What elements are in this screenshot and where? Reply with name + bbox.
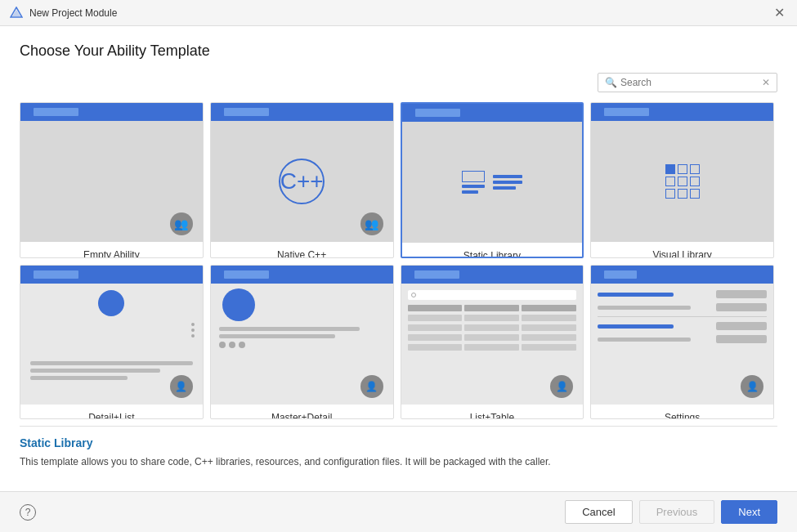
window-title: New Project Module xyxy=(29,7,771,19)
template-card-settings[interactable]: 👤 Settings xyxy=(590,265,774,419)
description-title: Static Library xyxy=(20,436,777,449)
settings-row xyxy=(598,303,767,311)
detail-dots xyxy=(191,323,195,338)
thumb-title-st xyxy=(604,270,637,279)
template-thumbnail-settings: 👤 xyxy=(591,266,773,405)
dialog-body: Choose Your Ability Template 🔍 ✕ 👥 xyxy=(0,26,797,491)
help-button[interactable]: ? xyxy=(20,504,36,521)
template-label-visual: Visual Library xyxy=(652,249,711,258)
thumb-body-static xyxy=(402,122,583,243)
templates-grid: 👥 Empty Ability C++ 👥 xyxy=(20,102,777,426)
search-input[interactable] xyxy=(620,77,762,88)
template-label-row-cpp: Native C++ xyxy=(211,242,393,258)
settings-label xyxy=(598,293,674,297)
cell xyxy=(408,334,463,341)
cell xyxy=(522,305,576,311)
template-card-detail-list[interactable]: 👤 Detail+List xyxy=(20,265,204,419)
template-card-native-cpp[interactable]: C++ 👥 Native C++ xyxy=(210,102,394,258)
page-title: Choose Your Ability Template xyxy=(20,42,777,60)
next-button[interactable]: Next xyxy=(721,500,777,524)
table-header-lt xyxy=(408,305,577,311)
cell xyxy=(408,344,463,351)
person-icon-md: 👤 xyxy=(365,381,378,392)
table-row-lt xyxy=(408,334,577,341)
cpp-icon: C++ xyxy=(279,159,325,204)
thumb-body-visual xyxy=(591,121,773,242)
template-card-empty-ability[interactable]: 👥 Empty Ability xyxy=(20,102,204,258)
cell xyxy=(464,344,519,351)
table-row-lt xyxy=(408,344,577,351)
detail-avatar xyxy=(98,290,124,316)
title-bar: New Project Module ✕ xyxy=(0,0,797,26)
cell xyxy=(408,305,463,311)
template-label-row-static: Static Library xyxy=(402,243,583,258)
template-card-visual-library[interactable]: Visual Library xyxy=(590,102,774,258)
thumb-search-lt xyxy=(408,290,577,300)
settings-row xyxy=(598,335,767,343)
template-card-static-library[interactable]: Static Library xyxy=(401,102,584,258)
settings-label xyxy=(598,324,674,329)
template-label-row-st: Settings xyxy=(591,405,773,419)
settings-divider xyxy=(598,316,767,317)
template-thumbnail-visual xyxy=(591,103,773,242)
settings-control xyxy=(716,322,767,330)
description-area: Static Library This template allows you … xyxy=(20,426,777,491)
thumb-avatar-st: 👤 xyxy=(741,375,763,398)
person-icon-dl: 👤 xyxy=(175,381,187,392)
settings-label-gray xyxy=(598,338,691,342)
thumb-title-dl xyxy=(34,270,78,279)
cell xyxy=(464,315,519,321)
thumb-avatar-md: 👤 xyxy=(360,375,383,398)
template-thumbnail-lt: 👤 xyxy=(401,266,584,405)
clear-search-icon[interactable]: ✕ xyxy=(762,77,770,88)
cancel-button[interactable]: Cancel xyxy=(565,500,632,524)
cell xyxy=(408,324,463,331)
template-label-row: Empty Ability xyxy=(20,242,203,258)
template-label-dl: Detail+List xyxy=(88,412,134,419)
cell xyxy=(408,315,463,321)
template-card-master-detail[interactable]: 👤 Master+Detail xyxy=(210,265,394,419)
cell xyxy=(522,315,576,321)
close-button[interactable]: ✕ xyxy=(771,5,787,21)
detail-lines xyxy=(30,361,193,380)
static-lib-icon xyxy=(462,171,522,194)
template-label-static: Static Library xyxy=(463,250,521,258)
settings-rows xyxy=(598,290,767,348)
person-icon-st: 👤 xyxy=(746,381,759,392)
template-label-cpp: Native C++ xyxy=(277,249,326,258)
template-label-row-lt: List+Table xyxy=(401,405,584,419)
people-icon-cpp: 👥 xyxy=(365,217,378,230)
table-rows-lt xyxy=(408,305,577,354)
template-label-lt: List+Table xyxy=(470,412,514,419)
cell xyxy=(522,334,576,341)
template-thumbnail-empty: 👥 xyxy=(20,103,203,242)
description-text: This template allows you to share code, … xyxy=(20,454,777,469)
cell xyxy=(464,305,519,311)
thumb-avatar-lt: 👤 xyxy=(550,375,573,398)
thumb-title-bar xyxy=(34,108,78,116)
thumb-avatar-cpp: 👥 xyxy=(360,212,383,235)
previous-button[interactable]: Previous xyxy=(639,500,715,524)
template-label-row-visual: Visual Library xyxy=(591,242,773,258)
footer-right: Cancel Previous Next xyxy=(565,500,777,524)
template-thumbnail-master: 👤 xyxy=(211,266,393,405)
app-icon xyxy=(10,7,23,20)
search-row: 🔍 ✕ xyxy=(20,73,777,92)
thumb-title-cpp xyxy=(224,108,269,116)
thumb-title-visual xyxy=(604,108,649,116)
template-thumbnail-static xyxy=(402,104,583,243)
templates-scroll-wrapper: 👥 Empty Ability C++ 👥 xyxy=(20,102,777,426)
thumb-title-md xyxy=(224,270,269,279)
template-thumbnail-cpp: C++ 👥 xyxy=(211,103,393,242)
settings-label-gray xyxy=(598,306,691,310)
thumb-title-lt xyxy=(414,270,459,279)
template-card-list-table[interactable]: 👤 List+Table xyxy=(401,265,584,419)
thumb-avatar: 👥 xyxy=(170,212,193,235)
search-container: 🔍 ✕ xyxy=(598,73,777,92)
settings-control xyxy=(716,335,767,343)
settings-control xyxy=(716,303,767,311)
template-thumbnail-detail-list: 👤 xyxy=(20,266,203,405)
cell xyxy=(522,344,576,351)
template-label-row-dl: Detail+List xyxy=(20,405,203,419)
search-icon: 🔍 xyxy=(605,77,617,88)
